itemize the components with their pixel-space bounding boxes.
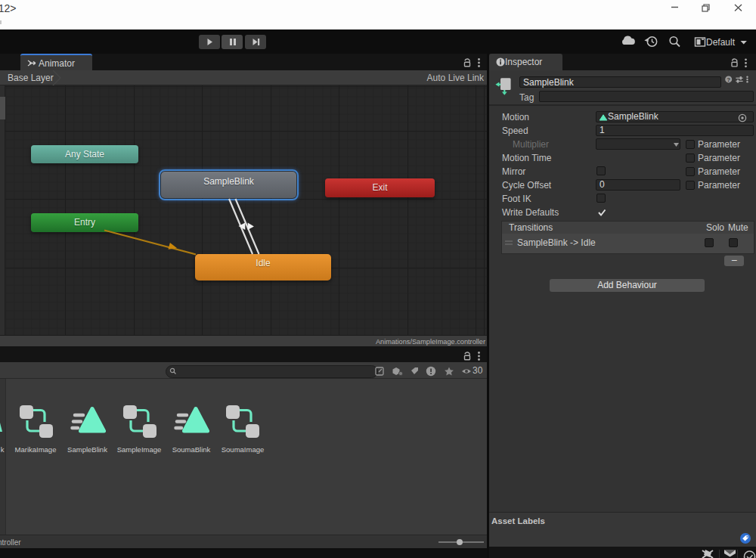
svg-text:?: ? — [727, 76, 730, 83]
